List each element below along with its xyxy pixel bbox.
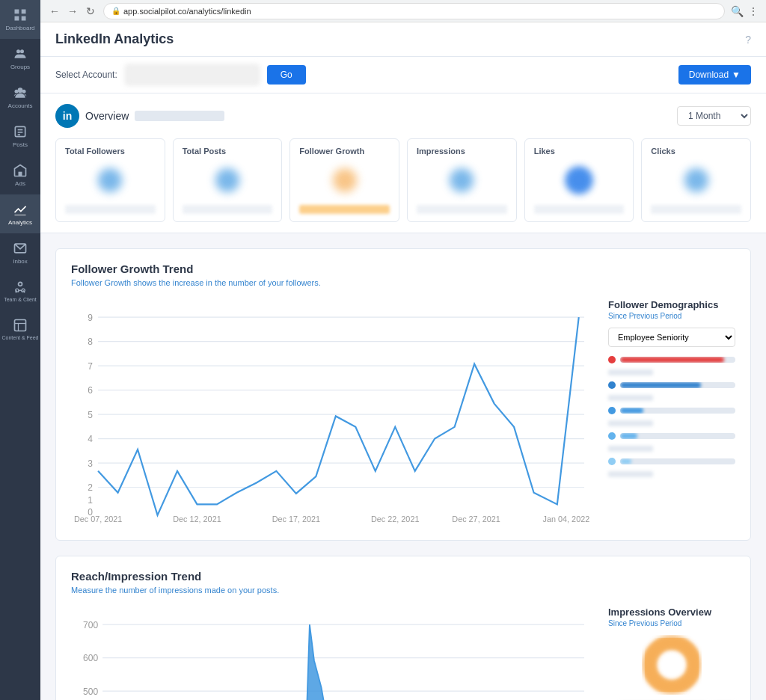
employee-seniority-select[interactable]: Employee Seniority: [608, 328, 735, 347]
browser-icons: 🔍 ⋮: [731, 5, 759, 17]
metric-visual-blob: [211, 164, 244, 197]
metric-visual-blob: [94, 164, 126, 197]
reach-impression-section: Reach/Impression Trend Measure the numbe…: [55, 556, 751, 700]
svg-text:6: 6: [88, 385, 93, 396]
overview-title: Overview: [85, 110, 129, 122]
svg-rect-0: [15, 10, 19, 14]
period-select[interactable]: 1 Month 3 Months 6 Months 12 Months: [677, 106, 751, 126]
browser-nav: ← → ↻: [48, 4, 97, 18]
chart-main: 9 8 7 6 5 4 3 2 1 0: [71, 299, 593, 526]
demo-bar-bg-2: [620, 382, 735, 388]
reach-chart-container: 700 600 500 400 300 200 100: [71, 607, 735, 700]
svg-point-16: [19, 282, 22, 286]
chevron-down-icon: ▼: [732, 70, 741, 80]
sidebar-item-dashboard[interactable]: Dashboard: [0, 0, 40, 39]
demo-bar-row-2: [608, 381, 735, 389]
metric-footer: [651, 205, 741, 214]
demographics-title: Follower Demographics: [608, 299, 735, 310]
svg-text:Dec 12, 2021: Dec 12, 2021: [173, 515, 221, 524]
svg-rect-1: [22, 10, 26, 14]
reach-impression-chart: 700 600 500 400 300 200 100: [71, 607, 593, 700]
reach-chart-main: 700 600 500 400 300 200 100: [71, 607, 593, 700]
forward-button[interactable]: →: [66, 4, 79, 18]
overview-section: in Overview 1 Month 3 Months 6 Months 12…: [40, 93, 766, 233]
demo-bar-row-3: [608, 407, 735, 414]
sidebar-item-groups[interactable]: Groups: [0, 39, 40, 78]
svg-text:Dec 27, 2021: Dec 27, 2021: [452, 515, 500, 524]
demo-bar-bg-1: [620, 357, 735, 363]
follower-growth-title: Follower Growth Trend: [71, 262, 735, 275]
page-title: LinkedIn Analytics: [55, 31, 174, 47]
browser-chrome: ← → ↻ 🔒 app.socialpilot.co/analytics/lin…: [40, 0, 766, 22]
svg-text:5: 5: [88, 410, 93, 420]
sidebar-item-accounts[interactable]: Accounts: [0, 78, 40, 117]
svg-point-6: [18, 88, 23, 93]
demo-bar-fill-1: [620, 357, 724, 363]
sidebar-item-inbox[interactable]: Inbox: [0, 233, 40, 272]
svg-rect-3: [22, 16, 26, 21]
search-icon[interactable]: 🔍: [731, 5, 744, 17]
account-name-blurred: [135, 111, 224, 121]
sidebar-item-ads[interactable]: Ads: [0, 156, 40, 194]
refresh-button[interactable]: ↻: [84, 4, 97, 18]
sidebar-item-analytics[interactable]: Analytics: [0, 194, 40, 233]
linkedin-icon: in: [55, 104, 79, 128]
account-bar: Select Account: Go Download ▼: [40, 57, 766, 93]
demo-bar-fill-5: [620, 458, 631, 464]
demo-bar-row-1: [608, 356, 735, 363]
account-label: Select Account:: [55, 70, 117, 80]
reach-impression-title: Reach/Impression Trend: [71, 570, 735, 583]
metric-visual-blob: [563, 164, 595, 197]
account-select-blurred[interactable]: [125, 64, 260, 85]
extensions-icon[interactable]: ⋮: [748, 5, 759, 17]
demo-dot-3: [608, 407, 616, 414]
svg-text:500: 500: [83, 687, 98, 697]
metric-card-clicks: Clicks: [641, 138, 751, 222]
address-bar[interactable]: 🔒 app.socialpilot.co/analytics/linkedin: [103, 3, 725, 19]
back-button[interactable]: ←: [48, 4, 61, 18]
demo-bar-row-4: [608, 432, 735, 440]
svg-text:4: 4: [88, 434, 93, 444]
svg-rect-19: [15, 319, 26, 331]
metric-card-title: Total Followers: [65, 147, 156, 156]
metric-footer: [65, 205, 156, 214]
demo-bar-bg-5: [620, 458, 735, 464]
svg-text:Dec 07, 2021: Dec 07, 2021: [74, 515, 122, 524]
demo-bar-bg-4: [620, 433, 735, 439]
growth-line: [98, 317, 579, 515]
sidebar-item-content[interactable]: Content & Feed: [0, 310, 40, 349]
metric-card-title: Follower Growth: [299, 147, 390, 156]
sidebar-item-team[interactable]: Team & Client: [0, 272, 40, 310]
donut-chart: [642, 635, 702, 695]
help-icon[interactable]: ?: [745, 34, 751, 46]
svg-text:7: 7: [88, 361, 93, 372]
follower-growth-section: Follower Growth Trend Follower Growth sh…: [55, 248, 751, 541]
svg-text:3: 3: [88, 458, 93, 469]
follower-growth-chart: 9 8 7 6 5 4 3 2 1 0: [71, 299, 593, 524]
metric-visual-blob: [445, 164, 478, 197]
svg-text:600: 600: [83, 653, 98, 663]
download-button[interactable]: Download ▼: [678, 65, 751, 85]
content-area: Follower Growth Trend Follower Growth sh…: [40, 233, 766, 700]
demo-dot-1: [608, 356, 616, 363]
svg-point-61: [649, 642, 694, 687]
main-content: LinkedIn Analytics ? Select Account: Go …: [40, 22, 766, 700]
page-header: LinkedIn Analytics ?: [40, 22, 766, 57]
svg-rect-2: [15, 16, 19, 21]
metric-cards: Total Followers Total Posts Follow: [55, 138, 751, 222]
svg-text:Dec 22, 2021: Dec 22, 2021: [371, 515, 419, 524]
svg-rect-13: [19, 172, 22, 176]
donut-container: [608, 635, 735, 695]
metric-card-title: Likes: [534, 147, 625, 156]
metric-footer: [299, 205, 390, 214]
demo-bar-row-5: [608, 458, 735, 465]
svg-text:9: 9: [88, 313, 93, 323]
demographics-panel: Follower Demographics Since Previous Per…: [608, 299, 735, 526]
metric-visual-blob: [680, 164, 713, 197]
demographics-since: Since Previous Period: [608, 312, 735, 320]
sidebar-item-posts[interactable]: Posts: [0, 117, 40, 156]
go-button[interactable]: Go: [267, 65, 306, 85]
svg-text:2: 2: [88, 482, 93, 493]
svg-text:Jan 04, 2022: Jan 04, 2022: [543, 515, 590, 524]
metric-card-likes: Likes: [524, 138, 634, 222]
